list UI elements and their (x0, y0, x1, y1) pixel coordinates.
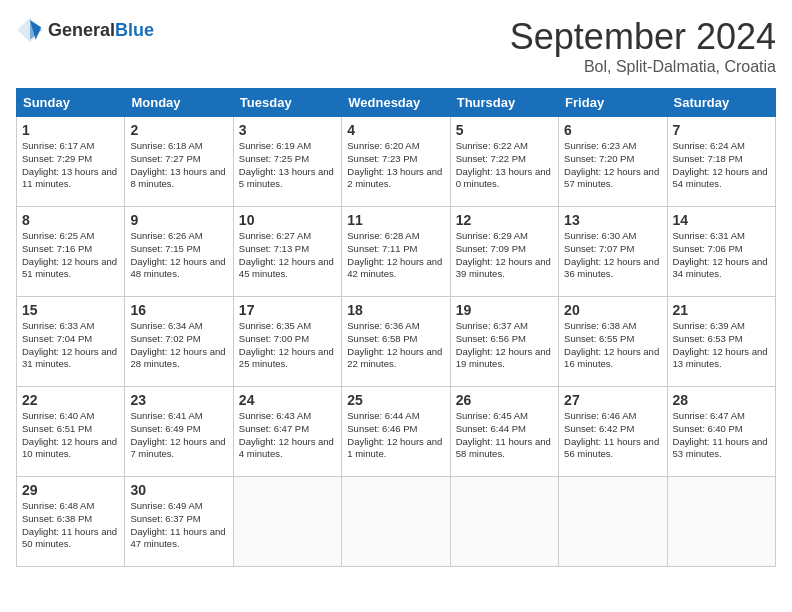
title-block: September 2024 Bol, Split-Dalmatia, Croa… (510, 16, 776, 76)
cell-details: Sunrise: 6:49 AMSunset: 6:37 PMDaylight:… (130, 500, 227, 551)
calendar-day-6: 6Sunrise: 6:23 AMSunset: 7:20 PMDaylight… (559, 117, 667, 207)
cell-details: Sunrise: 6:37 AMSunset: 6:56 PMDaylight:… (456, 320, 553, 371)
day-number: 13 (564, 212, 661, 228)
day-number: 10 (239, 212, 336, 228)
calendar-day-27: 27Sunrise: 6:46 AMSunset: 6:42 PMDayligh… (559, 387, 667, 477)
day-number: 23 (130, 392, 227, 408)
header-wednesday: Wednesday (342, 89, 450, 117)
day-number: 22 (22, 392, 119, 408)
day-number: 6 (564, 122, 661, 138)
calendar-day-4: 4Sunrise: 6:20 AMSunset: 7:23 PMDaylight… (342, 117, 450, 207)
calendar-day-23: 23Sunrise: 6:41 AMSunset: 6:49 PMDayligh… (125, 387, 233, 477)
day-number: 21 (673, 302, 770, 318)
cell-details: Sunrise: 6:23 AMSunset: 7:20 PMDaylight:… (564, 140, 661, 191)
day-number: 7 (673, 122, 770, 138)
calendar-day-2: 2Sunrise: 6:18 AMSunset: 7:27 PMDaylight… (125, 117, 233, 207)
calendar-day-7: 7Sunrise: 6:24 AMSunset: 7:18 PMDaylight… (667, 117, 775, 207)
cell-details: Sunrise: 6:22 AMSunset: 7:22 PMDaylight:… (456, 140, 553, 191)
day-number: 4 (347, 122, 444, 138)
day-number: 20 (564, 302, 661, 318)
day-number: 29 (22, 482, 119, 498)
calendar-week-5: 29Sunrise: 6:48 AMSunset: 6:38 PMDayligh… (17, 477, 776, 567)
day-number: 15 (22, 302, 119, 318)
logo-blue: Blue (115, 20, 154, 40)
cell-details: Sunrise: 6:31 AMSunset: 7:06 PMDaylight:… (673, 230, 770, 281)
cell-details: Sunrise: 6:36 AMSunset: 6:58 PMDaylight:… (347, 320, 444, 371)
calendar-week-1: 1Sunrise: 6:17 AMSunset: 7:29 PMDaylight… (17, 117, 776, 207)
day-number: 28 (673, 392, 770, 408)
day-number: 8 (22, 212, 119, 228)
cell-details: Sunrise: 6:44 AMSunset: 6:46 PMDaylight:… (347, 410, 444, 461)
logo-text: GeneralBlue (48, 20, 154, 41)
calendar-day-25: 25Sunrise: 6:44 AMSunset: 6:46 PMDayligh… (342, 387, 450, 477)
header-sunday: Sunday (17, 89, 125, 117)
cell-details: Sunrise: 6:41 AMSunset: 6:49 PMDaylight:… (130, 410, 227, 461)
calendar-day-22: 22Sunrise: 6:40 AMSunset: 6:51 PMDayligh… (17, 387, 125, 477)
day-number: 19 (456, 302, 553, 318)
calendar-week-2: 8Sunrise: 6:25 AMSunset: 7:16 PMDaylight… (17, 207, 776, 297)
day-number: 18 (347, 302, 444, 318)
calendar-day-26: 26Sunrise: 6:45 AMSunset: 6:44 PMDayligh… (450, 387, 558, 477)
day-number: 26 (456, 392, 553, 408)
header-monday: Monday (125, 89, 233, 117)
calendar-day-14: 14Sunrise: 6:31 AMSunset: 7:06 PMDayligh… (667, 207, 775, 297)
calendar-day-8: 8Sunrise: 6:25 AMSunset: 7:16 PMDaylight… (17, 207, 125, 297)
calendar-day-12: 12Sunrise: 6:29 AMSunset: 7:09 PMDayligh… (450, 207, 558, 297)
calendar-day-16: 16Sunrise: 6:34 AMSunset: 7:02 PMDayligh… (125, 297, 233, 387)
day-number: 11 (347, 212, 444, 228)
calendar-location: Bol, Split-Dalmatia, Croatia (510, 58, 776, 76)
calendar-day-13: 13Sunrise: 6:30 AMSunset: 7:07 PMDayligh… (559, 207, 667, 297)
calendar-day-19: 19Sunrise: 6:37 AMSunset: 6:56 PMDayligh… (450, 297, 558, 387)
logo-icon (16, 16, 44, 44)
cell-details: Sunrise: 6:33 AMSunset: 7:04 PMDaylight:… (22, 320, 119, 371)
calendar-day-30: 30Sunrise: 6:49 AMSunset: 6:37 PMDayligh… (125, 477, 233, 567)
cell-details: Sunrise: 6:35 AMSunset: 7:00 PMDaylight:… (239, 320, 336, 371)
cell-details: Sunrise: 6:30 AMSunset: 7:07 PMDaylight:… (564, 230, 661, 281)
cell-details: Sunrise: 6:17 AMSunset: 7:29 PMDaylight:… (22, 140, 119, 191)
day-number: 2 (130, 122, 227, 138)
calendar-day-9: 9Sunrise: 6:26 AMSunset: 7:15 PMDaylight… (125, 207, 233, 297)
header-thursday: Thursday (450, 89, 558, 117)
empty-cell (233, 477, 341, 567)
page-header: GeneralBlue September 2024 Bol, Split-Da… (16, 16, 776, 76)
day-number: 27 (564, 392, 661, 408)
day-number: 16 (130, 302, 227, 318)
empty-cell (450, 477, 558, 567)
day-number: 24 (239, 392, 336, 408)
logo: GeneralBlue (16, 16, 154, 44)
calendar-table: SundayMondayTuesdayWednesdayThursdayFrid… (16, 88, 776, 567)
cell-details: Sunrise: 6:29 AMSunset: 7:09 PMDaylight:… (456, 230, 553, 281)
cell-details: Sunrise: 6:48 AMSunset: 6:38 PMDaylight:… (22, 500, 119, 551)
day-number: 17 (239, 302, 336, 318)
calendar-day-11: 11Sunrise: 6:28 AMSunset: 7:11 PMDayligh… (342, 207, 450, 297)
calendar-day-10: 10Sunrise: 6:27 AMSunset: 7:13 PMDayligh… (233, 207, 341, 297)
calendar-day-5: 5Sunrise: 6:22 AMSunset: 7:22 PMDaylight… (450, 117, 558, 207)
cell-details: Sunrise: 6:20 AMSunset: 7:23 PMDaylight:… (347, 140, 444, 191)
cell-details: Sunrise: 6:27 AMSunset: 7:13 PMDaylight:… (239, 230, 336, 281)
cell-details: Sunrise: 6:39 AMSunset: 6:53 PMDaylight:… (673, 320, 770, 371)
cell-details: Sunrise: 6:19 AMSunset: 7:25 PMDaylight:… (239, 140, 336, 191)
cell-details: Sunrise: 6:46 AMSunset: 6:42 PMDaylight:… (564, 410, 661, 461)
calendar-week-4: 22Sunrise: 6:40 AMSunset: 6:51 PMDayligh… (17, 387, 776, 477)
calendar-day-21: 21Sunrise: 6:39 AMSunset: 6:53 PMDayligh… (667, 297, 775, 387)
day-number: 1 (22, 122, 119, 138)
day-number: 5 (456, 122, 553, 138)
calendar-day-3: 3Sunrise: 6:19 AMSunset: 7:25 PMDaylight… (233, 117, 341, 207)
cell-details: Sunrise: 6:45 AMSunset: 6:44 PMDaylight:… (456, 410, 553, 461)
empty-cell (342, 477, 450, 567)
empty-cell (559, 477, 667, 567)
calendar-title: September 2024 (510, 16, 776, 58)
cell-details: Sunrise: 6:47 AMSunset: 6:40 PMDaylight:… (673, 410, 770, 461)
calendar-header-row: SundayMondayTuesdayWednesdayThursdayFrid… (17, 89, 776, 117)
day-number: 14 (673, 212, 770, 228)
calendar-day-18: 18Sunrise: 6:36 AMSunset: 6:58 PMDayligh… (342, 297, 450, 387)
empty-cell (667, 477, 775, 567)
calendar-day-28: 28Sunrise: 6:47 AMSunset: 6:40 PMDayligh… (667, 387, 775, 477)
day-number: 9 (130, 212, 227, 228)
day-number: 12 (456, 212, 553, 228)
calendar-week-3: 15Sunrise: 6:33 AMSunset: 7:04 PMDayligh… (17, 297, 776, 387)
day-number: 30 (130, 482, 227, 498)
cell-details: Sunrise: 6:38 AMSunset: 6:55 PMDaylight:… (564, 320, 661, 371)
logo-general: General (48, 20, 115, 40)
calendar-day-15: 15Sunrise: 6:33 AMSunset: 7:04 PMDayligh… (17, 297, 125, 387)
